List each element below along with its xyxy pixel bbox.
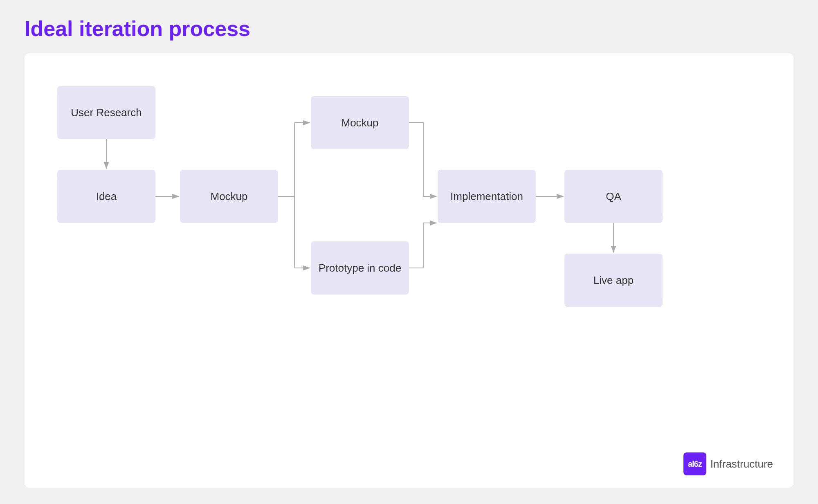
node-live-app: Live app <box>564 254 663 307</box>
page-title: Ideal iteration process <box>25 16 793 41</box>
node-mockup-left: Mockup <box>180 170 278 223</box>
node-implementation: Implementation <box>438 170 536 223</box>
node-qa: QA <box>564 170 663 223</box>
node-user-research: User Research <box>57 86 155 139</box>
brand-label: Infrastructure <box>710 458 773 470</box>
brand-logo: al6z <box>683 452 706 475</box>
brand-area: al6z Infrastructure <box>683 452 773 475</box>
node-mockup-top: Mockup <box>311 96 409 149</box>
diagram-container: User Research Idea Mockup Mockup Prototy… <box>25 53 793 488</box>
node-idea: Idea <box>57 170 155 223</box>
node-prototype: Prototype in code <box>311 241 409 295</box>
